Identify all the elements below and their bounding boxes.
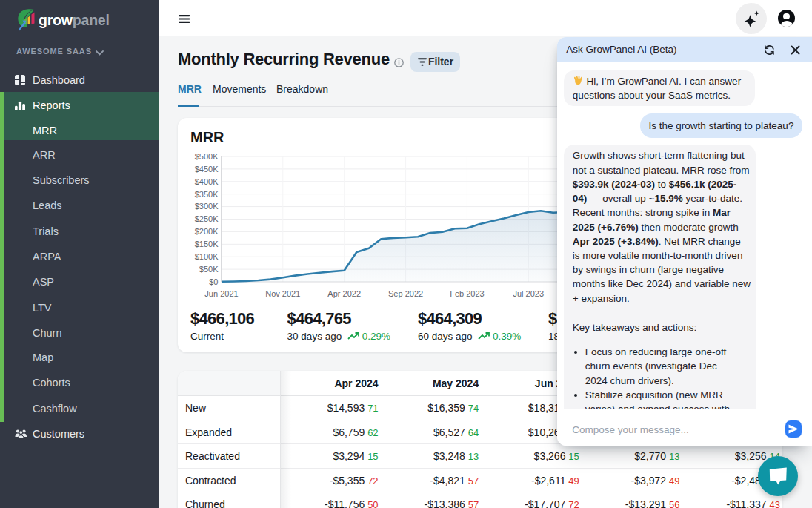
svg-text:Apr 2022: Apr 2022: [327, 289, 361, 298]
svg-text:Jul 2023: Jul 2023: [513, 289, 545, 298]
svg-text:$50K: $50K: [199, 265, 219, 274]
svg-text:Sep 2022: Sep 2022: [388, 289, 423, 298]
svg-text:Jun 2021: Jun 2021: [204, 289, 238, 298]
svg-text:$300K: $300K: [195, 202, 219, 211]
svg-text:$100K: $100K: [195, 252, 219, 261]
svg-text:$150K: $150K: [195, 240, 219, 248]
svg-text:$400K: $400K: [195, 177, 219, 186]
svg-text:$200K: $200K: [195, 227, 219, 236]
svg-text:Nov 2021: Nov 2021: [265, 289, 300, 298]
svg-text:$350K: $350K: [195, 190, 219, 199]
svg-text:$250K: $250K: [195, 214, 219, 223]
svg-text:$450K: $450K: [195, 165, 219, 174]
svg-text:$0: $0: [209, 277, 218, 286]
svg-text:Feb 2023: Feb 2023: [450, 289, 484, 298]
svg-text:$500K: $500K: [195, 152, 219, 161]
